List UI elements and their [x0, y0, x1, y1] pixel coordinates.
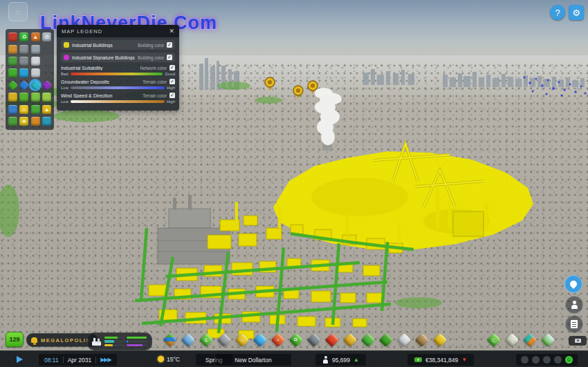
happiness-step-2	[532, 356, 540, 364]
infoview-active-button[interactable]	[564, 275, 582, 293]
citizen-panel-button[interactable]	[565, 296, 583, 314]
statistics-panel[interactable]	[521, 335, 539, 346]
infoview-economy-icon[interactable]	[30, 104, 41, 115]
transportation-tool[interactable]	[359, 335, 377, 346]
water-tool[interactable]	[251, 335, 269, 346]
milestone-label: MEGALOPOLIS	[41, 337, 91, 344]
main-toolbar: $ ⚡ + ♻	[161, 331, 557, 349]
distant-skyline	[199, 58, 585, 90]
demand-indicator[interactable]	[87, 332, 152, 350]
infoview-warning-icon[interactable]: ▲	[42, 104, 53, 115]
infoview-traffic-icon[interactable]	[19, 55, 30, 66]
happiness-widget[interactable]: ☺	[515, 353, 578, 366]
infoview-office-icon[interactable]	[42, 79, 53, 91]
infoview-welfare-icon[interactable]	[7, 44, 18, 55]
infoview-terrain-icon[interactable]	[7, 104, 18, 115]
population-up-arrow: ▲	[353, 357, 359, 363]
map-legend-panel: MAP LEGEND ✕ Industrial Buildings Buildi…	[57, 25, 179, 111]
demand-commercial-2	[127, 340, 147, 343]
economy-zones-tool[interactable]: $	[197, 335, 215, 346]
checkbox[interactable]: ✓	[167, 42, 172, 48]
infoview-resources-icon[interactable]	[30, 115, 41, 126]
electricity-tool[interactable]: ⚡	[233, 335, 251, 346]
signature-tool[interactable]	[179, 335, 197, 346]
infoview-growth-icon[interactable]	[19, 92, 30, 103]
monuments-panel[interactable]	[539, 335, 557, 346]
infoview-levels-icon[interactable]	[7, 68, 18, 79]
education-tool[interactable]	[305, 335, 323, 346]
status-bar: 08:11 Apr 2031 ▶▶▶ 15°C Spring New Dolla…	[0, 350, 588, 367]
happiness-smiley-icon: ☺	[565, 356, 573, 364]
money-value: €38,341,849	[425, 357, 458, 364]
infoview-garbage-icon[interactable]: ♻	[19, 32, 30, 43]
checkbox[interactable]: ✓	[169, 65, 175, 70]
infoview-forestry-icon[interactable]	[42, 92, 53, 103]
xp-level-badge[interactable]: 129	[6, 332, 24, 347]
landscaping-tool[interactable]	[413, 335, 431, 346]
infoview-maintenance-icon[interactable]: ⚙	[42, 32, 53, 43]
economy-panel[interactable]: C	[485, 335, 503, 346]
weather-widget[interactable]: 15°C	[158, 353, 180, 365]
game-screen: ◌ LinkNeverDie.Com ? ⚙ ♻ ▲ ⚙	[0, 0, 588, 367]
infoview-commercial-icon[interactable]	[19, 79, 30, 91]
demand-office	[127, 344, 147, 347]
date-display: Apr 2031	[68, 357, 92, 364]
journal-panel-button[interactable]	[565, 315, 583, 333]
demand-commercial	[104, 340, 125, 343]
legend-groundwater-deposits: Groundwater Deposits Terrain color ✓ Low…	[61, 79, 175, 90]
infoview-tourism-icon[interactable]	[42, 115, 53, 126]
roads-tool[interactable]	[215, 335, 233, 346]
fire-rescue-tool[interactable]	[323, 335, 341, 346]
zones-tool[interactable]	[161, 335, 179, 346]
police-tool[interactable]	[341, 335, 359, 346]
infoview-landvalue-icon[interactable]	[7, 92, 18, 103]
infoview-progression-icon[interactable]	[7, 32, 18, 43]
help-glyph: ?	[555, 8, 560, 18]
infoview-signal-icon[interactable]	[30, 44, 41, 55]
population-widget[interactable]: 95,699 ▲	[315, 353, 367, 366]
population-icon	[322, 356, 329, 364]
checkbox[interactable]: ✓	[167, 55, 172, 60]
happiness-step-4	[554, 356, 562, 364]
money-widget[interactable]: €38,341,849 ▼	[407, 353, 475, 366]
infoview-health-icon[interactable]	[30, 68, 41, 79]
camera-icon	[575, 339, 581, 343]
infoview-farming-icon[interactable]	[30, 92, 41, 103]
infoview-happiness-icon[interactable]: ☺	[19, 104, 30, 115]
play-button[interactable]	[17, 353, 23, 365]
infoview-industrial-icon[interactable]	[30, 79, 41, 91]
factory-complex	[158, 195, 230, 264]
industrial-zone-overlay	[273, 144, 533, 250]
infoview-residential-icon[interactable]	[7, 79, 18, 91]
communications-tool[interactable]	[395, 335, 413, 346]
infoview-buildings-icon[interactable]	[7, 55, 18, 66]
city-name-pill[interactable]: New Dollarton	[214, 353, 292, 366]
infoview-hazard-icon[interactable]: ▲	[30, 32, 41, 43]
infoview-chirper-icon[interactable]	[30, 55, 41, 66]
infoview-nature-icon[interactable]	[7, 115, 18, 126]
infoview-water-icon[interactable]	[19, 68, 30, 79]
speed-controls[interactable]: ▶▶▶	[100, 357, 111, 363]
infoview-attractiveness-icon[interactable]: ★	[19, 115, 30, 126]
map-pin-icon	[569, 279, 578, 289]
help-button[interactable]: ?	[550, 5, 565, 20]
document-icon	[571, 320, 578, 328]
money-icon	[414, 357, 422, 362]
temperature-value: 15°C	[167, 356, 180, 363]
infoview-industry-icon[interactable]	[19, 44, 30, 55]
demand-residential-2	[127, 337, 147, 339]
legend-industrial-signature-buildings: Industrial Signature Buildings Building …	[61, 53, 175, 62]
garbage-tool[interactable]: ♻	[287, 335, 305, 346]
signature-industry-tool[interactable]	[431, 335, 449, 346]
checkbox[interactable]: ✓	[169, 93, 175, 98]
parks-tool[interactable]	[377, 335, 395, 346]
settings-button[interactable]: ⚙	[569, 5, 584, 20]
infoviews-panel[interactable]	[503, 335, 521, 346]
map-legend-header: MAP LEGEND ✕	[57, 25, 179, 37]
photo-mode-button[interactable]	[569, 336, 587, 346]
close-icon[interactable]: ✕	[169, 28, 174, 35]
legend-industrial-buildings: Industrial Buildings Building color ✓	[61, 40, 175, 50]
healthcare-tool[interactable]: +	[269, 335, 287, 346]
checkbox[interactable]: ✓	[169, 79, 175, 84]
corner-button[interactable]: ◌	[8, 2, 28, 21]
